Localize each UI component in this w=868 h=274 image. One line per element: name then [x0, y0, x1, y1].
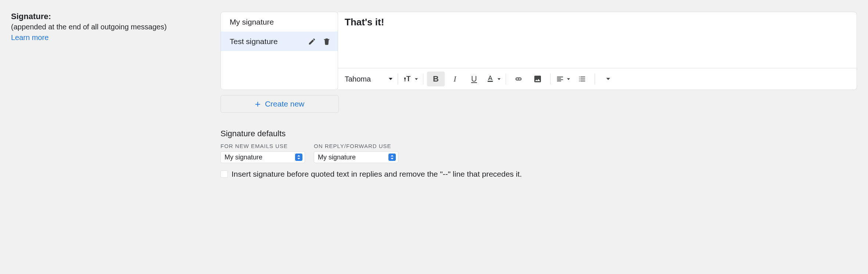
bold-button[interactable]: B [427, 72, 445, 86]
signature-editor-body[interactable]: That's it! [338, 12, 857, 68]
signature-list: My signature Test signature [220, 12, 338, 90]
font-family-select[interactable]: Tahoma [343, 72, 394, 86]
more-formatting-button[interactable] [599, 72, 616, 86]
plus-icon: + [255, 99, 261, 109]
underline-button[interactable]: U [465, 72, 483, 86]
format-toolbar: Tahoma B I U [338, 68, 857, 90]
create-new-button[interactable]: + Create new [220, 95, 339, 113]
signature-item-label: Test signature [230, 37, 305, 46]
svg-rect-0 [488, 81, 493, 82]
signature-editor: That's it! Tahoma B I U [338, 12, 857, 90]
separator [506, 73, 506, 84]
defaults-new-label: FOR NEW EMAILS USE [220, 143, 305, 149]
font-family-value: Tahoma [345, 75, 386, 83]
insert-before-checkbox[interactable] [220, 170, 228, 178]
font-size-button[interactable] [402, 72, 419, 86]
signature-item[interactable]: Test signature [221, 32, 338, 51]
text-color-button[interactable] [484, 72, 502, 86]
create-new-label: Create new [265, 100, 304, 108]
learn-more-link[interactable]: Learn more [11, 33, 49, 42]
setting-subtitle: (appended at the end of all outgoing mes… [11, 23, 220, 31]
signature-item-label: My signature [230, 18, 334, 26]
delete-icon[interactable] [319, 37, 334, 46]
insert-link-button[interactable] [510, 72, 527, 86]
defaults-heading: Signature defaults [220, 129, 857, 138]
defaults-new-value: My signature [225, 154, 262, 161]
insert-image-button[interactable] [529, 72, 546, 86]
select-stepper-icon [295, 154, 302, 161]
setting-title: Signature: [11, 12, 220, 21]
signature-item[interactable]: My signature [221, 12, 338, 32]
defaults-reply-label: ON REPLY/FORWARD USE [314, 143, 398, 149]
select-stepper-icon [388, 154, 396, 161]
italic-button[interactable]: I [446, 72, 464, 86]
separator [398, 73, 398, 84]
defaults-reply-select[interactable]: My signature [314, 151, 398, 163]
separator [595, 73, 595, 84]
defaults-new-select[interactable]: My signature [220, 151, 305, 163]
separator [423, 73, 423, 84]
signature-content: That's it! [345, 17, 384, 28]
align-button[interactable] [554, 72, 572, 86]
list-button[interactable] [573, 72, 591, 86]
separator [550, 73, 550, 84]
edit-icon[interactable] [305, 37, 319, 46]
defaults-reply-value: My signature [318, 154, 356, 161]
insert-before-label: Insert signature before quoted text in r… [232, 170, 522, 179]
